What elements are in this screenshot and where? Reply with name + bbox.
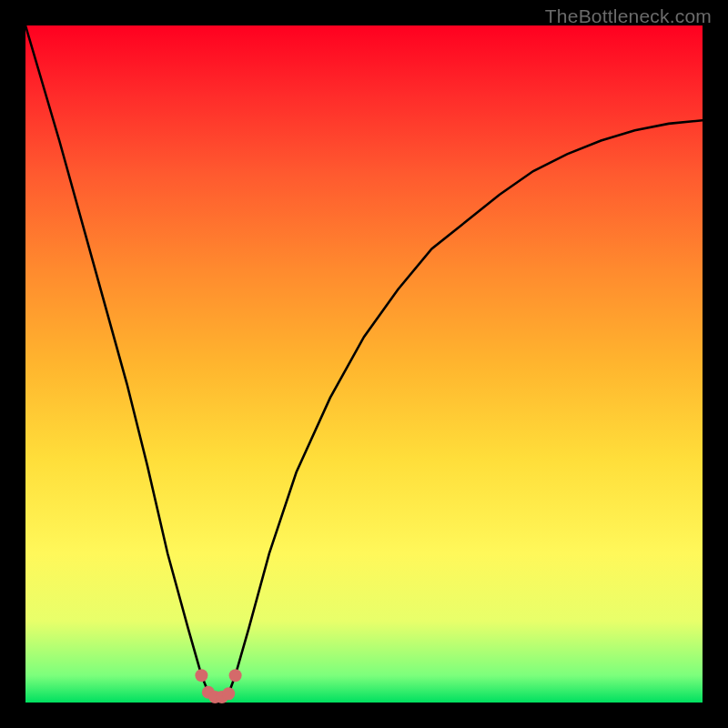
min-dot	[222, 687, 235, 700]
min-dot	[195, 669, 207, 682]
chart-plot-area	[25, 25, 703, 703]
watermark-text: TheBottleneck.com	[545, 5, 712, 27]
min-region-dots	[195, 669, 241, 703]
min-dot	[229, 669, 242, 682]
chart-svg	[25, 25, 703, 703]
bottleneck-curve	[25, 25, 703, 697]
